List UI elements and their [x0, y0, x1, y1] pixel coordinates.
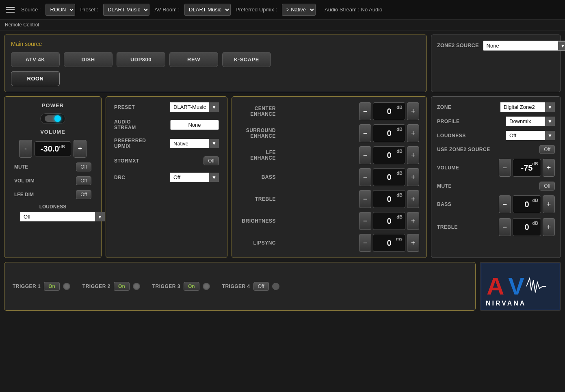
source-btn-atv4k[interactable]: ATV 4K	[11, 52, 60, 67]
bass-label: BASS	[239, 174, 276, 180]
source-select[interactable]: ROON	[45, 4, 75, 16]
profile-row: PROFILE ▼	[437, 117, 555, 126]
volume-title: VOLUME	[40, 129, 65, 135]
preset-panel: PRESET ▼ AUDIOSTREAM None PREFERREDUPMIX…	[106, 96, 227, 258]
surround-enhance-plus[interactable]: +	[407, 124, 419, 142]
treble-control: − 0dB +	[359, 190, 419, 208]
av-nirvana-logo: A V NIRVANA	[480, 262, 561, 311]
volume-value: -30.0	[41, 144, 59, 153]
zone-vol-display: -75dB	[513, 159, 541, 177]
avroom-select[interactable]: DLART-Music	[184, 4, 231, 16]
treble-label: TREBLE	[239, 196, 276, 202]
surround-enhance-value: 0dB	[373, 124, 405, 142]
svg-text:NIRVANA: NIRVANA	[486, 300, 526, 307]
zone-mute-row: MUTE Off	[437, 182, 555, 191]
power-toggle[interactable]	[40, 113, 65, 124]
trigger4-btn[interactable]: Off	[253, 282, 269, 291]
loudness-arrow[interactable]: ▼	[95, 212, 105, 221]
trigger3-label: TRIGGER 3	[152, 284, 180, 289]
loudness-input[interactable]	[20, 212, 95, 221]
brightness-minus[interactable]: −	[359, 212, 371, 230]
zone-loudness-dropdown[interactable]: ▼	[506, 131, 555, 140]
upmix-input[interactable]	[170, 139, 209, 148]
upmix-select[interactable]: > Native	[282, 4, 316, 16]
lfe-dim-btn[interactable]: Off	[76, 190, 91, 199]
trigger1-label: TRIGGER 1	[13, 284, 41, 289]
zone2-source-dropdown[interactable]: ▼	[483, 41, 565, 51]
preset-select[interactable]: DLART-Music	[103, 4, 149, 16]
zone-volume-row: VOLUME − -75dB +	[437, 159, 555, 177]
vol-dim-btn[interactable]: Off	[76, 176, 91, 185]
zone-bass-minus[interactable]: −	[499, 195, 511, 213]
drc-dropdown[interactable]: ▼	[170, 173, 219, 182]
dsp-grid: CENTERENHANCE − 0dB + SURROUNDENHANCE −	[239, 102, 419, 252]
upmix-arrow[interactable]: ▼	[209, 139, 219, 148]
zone-mute-btn[interactable]: Off	[539, 182, 555, 191]
profile-input[interactable]	[506, 117, 545, 126]
zone2-source-input[interactable]	[483, 41, 558, 50]
brightness-plus[interactable]: +	[407, 212, 419, 230]
zone-input[interactable]	[500, 102, 545, 112]
source-btn-rew[interactable]: REW	[169, 52, 218, 67]
hamburger-menu[interactable]	[4, 5, 16, 14]
main-source-panel: Main source ATV 4K DISH UDP800 REW K-SCA…	[4, 35, 427, 92]
zone-vol-minus[interactable]: −	[499, 159, 511, 177]
source-btn-kscape[interactable]: K-SCAPE	[222, 52, 271, 67]
center-enhance-plus[interactable]: +	[407, 102, 419, 120]
profile-dropdown[interactable]: ▼	[506, 117, 555, 126]
trigger2-label: TRIGGER 2	[82, 284, 110, 289]
avroom-label: AV Room :	[154, 6, 180, 13]
preset-dropdown[interactable]: ▼	[170, 102, 219, 112]
lfe-enhance-minus[interactable]: −	[359, 146, 371, 164]
lipsync-plus[interactable]: +	[407, 234, 419, 252]
source-btn-roon[interactable]: ROON	[11, 71, 60, 86]
lfe-enhance-plus[interactable]: +	[407, 146, 419, 164]
trigger4-item: TRIGGER 4 Off	[222, 282, 279, 291]
zone-treble-minus[interactable]: −	[499, 218, 511, 236]
source-buttons-row: ATV 4K DISH UDP800 REW K-SCAPE	[11, 52, 420, 67]
surround-enhance-minus[interactable]: −	[359, 124, 371, 142]
trigger3-indicator	[203, 283, 210, 290]
drc-arrow[interactable]: ▼	[209, 173, 219, 182]
source-btn-udp800[interactable]: UDP800	[117, 52, 165, 67]
bottom-trigger-row: TRIGGER 1 On TRIGGER 2 On TRIGGER 3 On T…	[4, 262, 561, 311]
zone2-source-arrow[interactable]: ▼	[558, 41, 565, 50]
drc-input[interactable]	[170, 173, 209, 182]
trigger2-indicator	[133, 283, 140, 290]
mute-btn[interactable]: Off	[76, 162, 91, 171]
trigger2-btn[interactable]: On	[114, 282, 130, 291]
lipsync-row: LIPSYNC − 0ms +	[239, 234, 419, 252]
use-zone2-btn[interactable]: Off	[539, 145, 555, 154]
treble-minus[interactable]: −	[359, 190, 371, 208]
zone-treble-row: TREBLE − 0dB +	[437, 218, 555, 236]
zone-loudness-arrow[interactable]: ▼	[545, 131, 555, 140]
trigger1-btn[interactable]: On	[44, 282, 60, 291]
zone-treble-plus[interactable]: +	[543, 218, 555, 236]
preset-arrow[interactable]: ▼	[209, 102, 219, 112]
trigger2-item: TRIGGER 2 On	[82, 282, 140, 291]
zone-bass-plus[interactable]: +	[543, 195, 555, 213]
preferred-upmix-label: PREFERREDUPMIX	[114, 138, 146, 149]
center-enhance-minus[interactable]: −	[359, 102, 371, 120]
lipsync-minus[interactable]: −	[359, 234, 371, 252]
bass-minus[interactable]: −	[359, 168, 371, 186]
trigger3-btn[interactable]: On	[184, 282, 199, 291]
bass-plus[interactable]: +	[407, 168, 419, 186]
remote-control-bar: Remote Control	[0, 19, 565, 30]
bass-value: 0dB	[373, 168, 405, 186]
zone-vol-plus[interactable]: +	[543, 159, 555, 177]
preset-input[interactable]	[170, 102, 209, 112]
loudness-select-wrap[interactable]: ▼	[20, 212, 85, 221]
preset-label: Preset :	[80, 6, 98, 13]
zone-loudness-input[interactable]	[506, 131, 545, 140]
zone-arrow[interactable]: ▼	[545, 102, 555, 112]
profile-arrow[interactable]: ▼	[545, 117, 555, 126]
source-btn-dish[interactable]: DISH	[64, 52, 113, 67]
zone-dropdown[interactable]: ▼	[500, 102, 555, 112]
volume-plus-btn[interactable]: +	[74, 140, 87, 158]
volume-minus-btn[interactable]: -	[19, 140, 32, 158]
upmix-dropdown[interactable]: ▼	[170, 139, 219, 148]
stormxt-btn[interactable]: Off	[203, 156, 219, 165]
source-buttons-row2: ROON	[11, 71, 420, 86]
treble-plus[interactable]: +	[407, 190, 419, 208]
